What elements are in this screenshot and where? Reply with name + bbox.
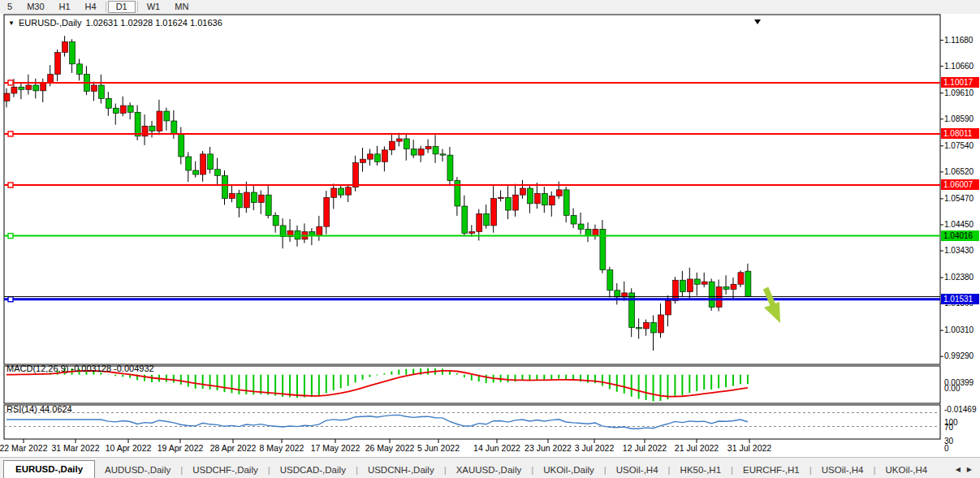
candle-body xyxy=(615,291,620,297)
timeframe-button-w1[interactable]: W1 xyxy=(140,1,168,13)
candle-body xyxy=(258,195,264,202)
tab-usoil-h4[interactable]: USOil-,H4 xyxy=(607,462,668,478)
candle-body xyxy=(41,83,46,90)
candle-body xyxy=(98,85,104,98)
tab-xauusd-daily[interactable]: XAUUSD-,Daily xyxy=(447,462,532,478)
chart-symbol-label: EURUSD-,Daily xyxy=(19,18,82,28)
candle-body xyxy=(201,154,206,174)
candle-body xyxy=(164,111,170,121)
tab-scroll-left-icon[interactable]: ◀ xyxy=(956,466,961,473)
date-axis-label: 23 Jun 2022 xyxy=(525,443,572,453)
date-axis-label: 21 Jul 2022 xyxy=(675,443,719,453)
tab-usdchf-daily[interactable]: USDCHF-,Daily xyxy=(183,462,268,478)
tab-usdcnh-daily[interactable]: USDCNH-,Daily xyxy=(358,462,444,478)
candle-body xyxy=(179,134,184,157)
timeframe-button-m30[interactable]: M30 xyxy=(19,1,51,13)
tab-ukoil-daily[interactable]: UKOil-,Daily xyxy=(533,462,604,478)
candle-body xyxy=(491,199,497,226)
price-axis-label: 1.10660 xyxy=(944,62,974,71)
candle-body xyxy=(578,224,584,229)
chart-canvas[interactable] xyxy=(0,14,980,457)
symbol-dropdown-icon[interactable]: ▼ xyxy=(8,19,15,27)
candle-body xyxy=(149,126,155,131)
price-axis-label: 0.99290 xyxy=(944,351,974,361)
date-axis-label: 28 Apr 2022 xyxy=(210,443,257,453)
tab-eurchf-h1[interactable]: EURCHF-,H1 xyxy=(733,462,809,478)
candle-body xyxy=(339,188,344,195)
symbol-tabbar: EURUSD-,DailyAUDUSD-,Daily|USDCHF-,Daily… xyxy=(0,457,980,478)
candle-body xyxy=(637,328,642,329)
candle-body xyxy=(222,175,228,198)
candle-body xyxy=(171,121,177,134)
candle-body xyxy=(644,322,650,329)
candle-body xyxy=(208,154,214,170)
candle-body xyxy=(738,273,744,284)
candle-body xyxy=(702,282,707,284)
tab-usoil-h4[interactable]: USOil-,H4 xyxy=(812,462,874,478)
candle-body xyxy=(745,271,751,296)
tab-eurusd-daily[interactable]: EURUSD-,Daily xyxy=(3,460,95,478)
mt4-window: { "toolbar": { "timeframes": [ {"label":… xyxy=(0,0,980,478)
candle-body xyxy=(687,279,693,292)
candle-body xyxy=(389,141,395,150)
candle-body xyxy=(26,85,32,89)
candle-body xyxy=(295,230,300,239)
candle-body xyxy=(353,163,359,187)
candle-body xyxy=(469,231,475,233)
tab-hk50-h1[interactable]: HK50-,H1 xyxy=(671,462,732,478)
price-axis-label: 1.04450 xyxy=(944,220,974,230)
candle-body xyxy=(317,226,322,235)
chart-area[interactable]: ▼ EURUSD-,Daily 1.02631 1.02928 1.01624 … xyxy=(0,14,980,457)
timeframe-button-mn[interactable]: MN xyxy=(167,1,196,13)
candle-body xyxy=(593,229,598,235)
timeframe-toolbar: 5M30H1H4D1W1MN xyxy=(0,0,980,15)
level-line-handle xyxy=(8,297,13,302)
candle-body xyxy=(694,279,700,284)
candle-body xyxy=(607,270,613,291)
candle-body xyxy=(433,146,438,153)
candle-body xyxy=(215,170,221,176)
date-axis-label: 12 Jul 2022 xyxy=(623,443,667,453)
candle-body xyxy=(440,154,446,155)
candle-body xyxy=(374,154,380,161)
date-axis-label: 31 Jul 2022 xyxy=(727,443,771,453)
candle-body xyxy=(251,192,257,203)
tab-ukoil-h4[interactable]: UKOil-,H4 xyxy=(875,462,937,478)
tab-usdcad-daily[interactable]: USDCAD-,Daily xyxy=(270,462,356,478)
level-line-handle xyxy=(8,234,13,239)
timeframe-button-h4[interactable]: H4 xyxy=(78,1,104,13)
tab-audusd-daily[interactable]: AUDUSD-,Daily xyxy=(95,462,180,478)
price-axis-label: 1.00310 xyxy=(944,325,974,335)
price-axis-label: 1.02380 xyxy=(944,273,974,282)
price-axis-label: 1.05470 xyxy=(944,194,974,204)
date-axis-label: 10 Apr 2022 xyxy=(106,443,152,453)
date-axis-label: 26 May 2022 xyxy=(365,443,415,453)
candle-body xyxy=(236,193,242,208)
date-axis-label: 22 Mar 2022 xyxy=(0,443,47,453)
candle-body xyxy=(499,197,504,198)
tab-scroll-controls: ◀▶ xyxy=(956,466,980,478)
candle-body xyxy=(534,193,540,204)
price-axis-label: 1.09610 xyxy=(944,88,974,98)
date-axis-label: 19 Apr 2022 xyxy=(158,443,204,453)
candle-body xyxy=(127,106,133,112)
candle-body xyxy=(157,111,162,131)
candle-body xyxy=(106,98,111,108)
timeframe-button-d1[interactable]: D1 xyxy=(108,1,136,13)
candle-body xyxy=(462,206,468,233)
candle-body xyxy=(331,188,337,197)
timeframe-button-5[interactable]: 5 xyxy=(0,1,19,13)
candle-body xyxy=(360,159,366,162)
candle-body xyxy=(186,157,192,170)
candle-body xyxy=(70,41,76,63)
candle-body xyxy=(418,149,424,156)
timeframe-button-h1[interactable]: H1 xyxy=(52,1,78,13)
candle-body xyxy=(91,85,97,92)
candle-body xyxy=(193,170,199,174)
candle-body xyxy=(229,193,235,198)
price-axis-label: 1.03430 xyxy=(944,246,974,256)
candle-body xyxy=(680,280,685,291)
date-axis-label: 31 Mar 2022 xyxy=(52,443,100,453)
price-axis-label: 1.11680 xyxy=(944,36,973,45)
tab-scroll-right-icon[interactable]: ▶ xyxy=(967,466,972,473)
